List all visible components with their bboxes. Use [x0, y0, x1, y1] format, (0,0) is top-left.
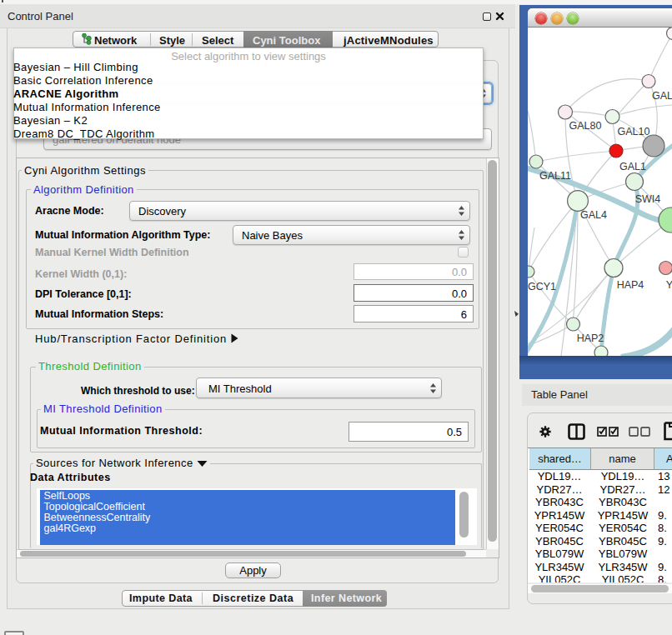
- svg-text:GAL4: GAL4: [580, 209, 607, 221]
- svg-text:GAL11: GAL11: [539, 170, 571, 182]
- svg-text:HAP4: HAP4: [617, 279, 644, 291]
- svg-text:SWI4: SWI4: [635, 193, 661, 205]
- svg-text:HAP2: HAP2: [577, 332, 604, 344]
- svg-text:GAL80: GAL80: [569, 120, 602, 132]
- svg-text:GAL1: GAL1: [619, 161, 646, 172]
- svg-text:GAL10: GAL10: [618, 126, 650, 138]
- svg-text:GCY1: GCY1: [528, 281, 556, 292]
- svg-text:GAL2: GAL2: [652, 90, 672, 102]
- svg-text:YJ: YJ: [666, 279, 672, 291]
